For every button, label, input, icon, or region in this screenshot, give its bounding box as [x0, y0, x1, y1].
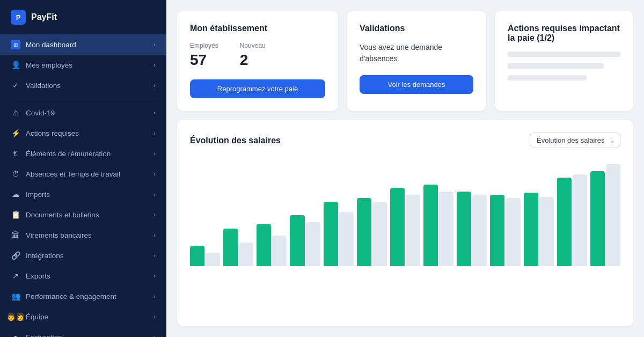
chevron-icon: ›: [153, 211, 156, 218]
chevron-icon: ›: [153, 191, 156, 197]
bar-group-1: [223, 229, 253, 266]
chevron-icon: ›: [153, 41, 156, 48]
bar-gray-9: [506, 198, 520, 266]
chevron-icon: ›: [153, 82, 156, 89]
bar-group-8: [457, 192, 487, 266]
sidebar-item-integrations[interactable]: 🔗Intégrations›: [0, 245, 166, 266]
export-icon: ↗: [11, 271, 20, 281]
bar-gray-0: [206, 253, 220, 266]
bar-gray-11: [573, 174, 587, 266]
chart-select-wrapper[interactable]: Évolution des salaires: [530, 133, 620, 148]
chevron-icon: ›: [153, 232, 156, 238]
sidebar-label-remuneration: Éléments de rémunération: [26, 150, 148, 158]
sidebar-item-virements[interactable]: 🏛Virements bancaires›: [0, 225, 166, 245]
euro-icon: €: [11, 149, 20, 158]
sidebar-label-facturation: Facturation: [26, 333, 148, 338]
sidebar-item-actions[interactable]: ⚡Actions requises›: [0, 123, 166, 143]
sidebar-item-remuneration[interactable]: €Éléments de rémunération›: [0, 143, 166, 164]
chevron-icon: ›: [153, 62, 156, 68]
bar-green-2: [257, 224, 271, 266]
bar-gray-6: [406, 195, 420, 266]
chart-header: Évolution des salaires Évolution des sal…: [190, 133, 620, 148]
bar-chart: [190, 159, 620, 266]
etablissement-card: Mon établissement Employés 57 Nouveau 2 …: [177, 11, 338, 111]
chevron-icon: ›: [153, 109, 156, 116]
document-icon: 📋: [11, 210, 20, 219]
lightning-icon: ⚡: [11, 128, 20, 138]
bar-group-11: [557, 174, 587, 266]
sidebar-item-equipe[interactable]: 👨‍👩Équipe›: [0, 306, 166, 327]
bar-green-10: [524, 193, 538, 266]
sidebar-label-validations: Validations: [26, 82, 148, 90]
bar-green-1: [223, 229, 238, 266]
sidebar-item-covid[interactable]: ⚠Covid-19›: [0, 102, 166, 123]
stat-nouveau-value: 2: [240, 52, 266, 69]
sidebar-item-documents[interactable]: 📋Documents et bulletins›: [0, 204, 166, 225]
bar-group-4: [324, 202, 354, 266]
chart-card: Évolution des salaires Évolution des sal…: [177, 120, 633, 326]
people-icon: 👥: [11, 291, 20, 301]
actions-card: Actions requises impactant la paie (1/2): [495, 11, 633, 111]
sidebar-label-virements: Virements bancaires: [26, 231, 148, 239]
bar-group-7: [423, 185, 453, 266]
sidebar-label-actions: Actions requises: [26, 129, 148, 137]
check-circle-icon: ✓: [11, 80, 20, 90]
bar-green-6: [390, 188, 405, 266]
stat-nouveau-label: Nouveau: [240, 42, 266, 49]
actions-title: Actions requises impactant la paie (1/2): [508, 24, 620, 43]
main-content: Mon établissement Employés 57 Nouveau 2 …: [166, 0, 644, 337]
sidebar-label-employees: Mes employés: [26, 61, 148, 69]
bar-group-6: [390, 188, 420, 266]
sidebar: P PayFit ⊞Mon dashboard›👤Mes employés›✓V…: [0, 0, 166, 337]
bar-group-3: [290, 215, 320, 266]
chevron-icon: ›: [153, 273, 156, 279]
bar-group-5: [357, 198, 387, 266]
group-icon: 👨‍👩: [11, 312, 20, 321]
chevron-icon: ›: [153, 313, 156, 320]
bar-gray-5: [372, 202, 387, 266]
person-icon: 👤: [11, 60, 20, 70]
grid-icon: ⊞: [11, 40, 20, 49]
bar-gray-1: [239, 243, 253, 266]
chart-select[interactable]: Évolution des salaires: [530, 133, 620, 148]
settings-circle-icon: ●: [11, 332, 20, 337]
cloud-icon: ☁: [11, 189, 20, 199]
cards-row: Mon établissement Employés 57 Nouveau 2 …: [177, 11, 633, 111]
warning-icon: ⚠: [11, 108, 20, 118]
stat-nouveau: Nouveau 2: [240, 42, 266, 69]
sidebar-item-performance[interactable]: 👥Performance & engagement›: [0, 286, 166, 306]
chevron-icon: ›: [153, 171, 156, 177]
bar-green-3: [290, 215, 304, 266]
puzzle-icon: 🔗: [11, 251, 20, 260]
bar-green-4: [324, 202, 338, 266]
stat-employes: Employés 57: [190, 42, 218, 69]
stat-employes-value: 57: [190, 52, 218, 69]
skeleton-3: [508, 75, 587, 80]
bar-green-7: [423, 185, 438, 266]
bar-gray-12: [606, 164, 620, 266]
sidebar-item-validations[interactable]: ✓Validations›: [0, 75, 166, 96]
logo-icon: P: [11, 10, 26, 25]
validations-card: Validations Vous avez une demande d'abse…: [347, 11, 486, 111]
etablissement-title: Mon établissement: [190, 24, 325, 33]
sidebar-item-employees[interactable]: 👤Mes employés›: [0, 55, 166, 75]
stat-employes-label: Employés: [190, 42, 218, 49]
clock-icon: ⏱: [11, 169, 20, 179]
sidebar-label-covid: Covid-19: [26, 109, 148, 117]
voir-demandes-button[interactable]: Voir les demandes: [360, 75, 473, 94]
validations-text: Vous avez une demande d'absences: [360, 42, 473, 64]
validations-title: Validations: [360, 24, 473, 33]
nav-list: ⊞Mon dashboard›👤Mes employés›✓Validation…: [0, 34, 166, 337]
sidebar-item-dashboard[interactable]: ⊞Mon dashboard›: [0, 34, 166, 55]
reprogrammez-button[interactable]: Reprogrammez votre paie: [190, 79, 325, 98]
sidebar-item-facturation[interactable]: ●Facturation›: [0, 327, 166, 337]
bar-group-9: [490, 195, 520, 266]
sidebar-item-imports[interactable]: ☁Imports›: [0, 184, 166, 204]
sidebar-item-exports[interactable]: ↗Exports›: [0, 266, 166, 286]
bar-green-9: [490, 195, 504, 266]
chevron-icon: ›: [153, 252, 156, 259]
chart-title: Évolution des salaires: [190, 136, 281, 145]
sidebar-item-absences[interactable]: ⏱Absences et Temps de travail›: [0, 164, 166, 184]
chevron-icon: ›: [153, 130, 156, 136]
bar-gray-4: [339, 212, 354, 266]
